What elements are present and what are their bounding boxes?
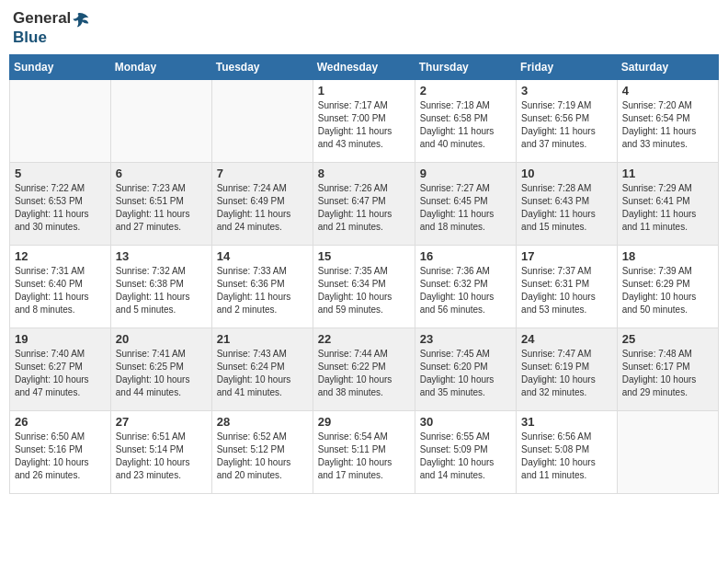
calendar-cell: 13Sunrise: 7:32 AM Sunset: 6:38 PM Dayli… (110, 245, 211, 327)
day-number: 12 (15, 249, 106, 263)
calendar-cell: 14Sunrise: 7:33 AM Sunset: 6:36 PM Dayli… (211, 245, 313, 327)
calendar-cell: 30Sunrise: 6:55 AM Sunset: 5:09 PM Dayli… (415, 410, 516, 493)
calendar-cell: 8Sunrise: 7:26 AM Sunset: 6:47 PM Daylig… (313, 162, 415, 245)
weekday-header-monday: Monday (110, 54, 211, 79)
day-number: 20 (116, 332, 207, 346)
day-info: Sunrise: 7:35 AM Sunset: 6:34 PM Dayligh… (318, 265, 410, 316)
calendar-cell: 23Sunrise: 7:45 AM Sunset: 6:20 PM Dayli… (415, 327, 516, 410)
calendar-week-3: 12Sunrise: 7:31 AM Sunset: 6:40 PM Dayli… (10, 245, 719, 327)
day-number: 21 (217, 332, 308, 346)
calendar-cell: 16Sunrise: 7:36 AM Sunset: 6:32 PM Dayli… (415, 245, 516, 327)
day-info: Sunrise: 6:52 AM Sunset: 5:12 PM Dayligh… (217, 431, 308, 482)
calendar-week-4: 19Sunrise: 7:40 AM Sunset: 6:27 PM Dayli… (10, 327, 719, 410)
day-number: 11 (622, 167, 713, 180)
day-info: Sunrise: 7:36 AM Sunset: 6:32 PM Dayligh… (420, 265, 511, 316)
calendar-cell: 22Sunrise: 7:44 AM Sunset: 6:22 PM Dayli… (313, 327, 415, 410)
calendar-cell: 26Sunrise: 6:50 AM Sunset: 5:16 PM Dayli… (10, 410, 111, 493)
calendar-cell (110, 79, 211, 162)
day-info: Sunrise: 7:24 AM Sunset: 6:49 PM Dayligh… (217, 182, 308, 234)
day-info: Sunrise: 7:45 AM Sunset: 6:20 PM Dayligh… (420, 348, 511, 399)
day-info: Sunrise: 7:22 AM Sunset: 6:53 PM Dayligh… (15, 182, 106, 234)
calendar-table: SundayMondayTuesdayWednesdayThursdayFrid… (9, 54, 719, 494)
calendar-cell: 2Sunrise: 7:18 AM Sunset: 6:58 PM Daylig… (415, 79, 516, 162)
calendar-week-2: 5Sunrise: 7:22 AM Sunset: 6:53 PM Daylig… (10, 162, 719, 245)
day-info: Sunrise: 6:56 AM Sunset: 5:08 PM Dayligh… (521, 431, 612, 482)
day-number: 22 (318, 332, 410, 346)
weekday-header-friday: Friday (517, 54, 618, 79)
calendar-cell: 5Sunrise: 7:22 AM Sunset: 6:53 PM Daylig… (10, 162, 111, 245)
calendar-cell: 10Sunrise: 7:28 AM Sunset: 6:43 PM Dayli… (517, 162, 618, 245)
day-number: 1 (318, 84, 410, 98)
day-number: 30 (420, 415, 511, 429)
day-number: 15 (318, 249, 410, 263)
day-info: Sunrise: 7:32 AM Sunset: 6:38 PM Dayligh… (116, 265, 207, 316)
day-info: Sunrise: 7:41 AM Sunset: 6:25 PM Dayligh… (116, 348, 207, 399)
calendar-cell: 25Sunrise: 7:48 AM Sunset: 6:17 PM Dayli… (617, 327, 718, 410)
day-number: 4 (622, 84, 713, 98)
weekday-header-thursday: Thursday (415, 54, 516, 79)
day-info: Sunrise: 7:20 AM Sunset: 6:54 PM Dayligh… (622, 99, 713, 151)
day-number: 25 (622, 332, 713, 346)
day-info: Sunrise: 6:51 AM Sunset: 5:14 PM Dayligh… (116, 431, 207, 482)
day-info: Sunrise: 7:23 AM Sunset: 6:51 PM Dayligh… (116, 182, 207, 234)
day-number: 3 (521, 84, 612, 98)
calendar-cell: 31Sunrise: 6:56 AM Sunset: 5:08 PM Dayli… (517, 410, 618, 493)
day-info: Sunrise: 7:40 AM Sunset: 6:27 PM Dayligh… (15, 348, 106, 399)
day-info: Sunrise: 7:31 AM Sunset: 6:40 PM Dayligh… (15, 265, 106, 316)
calendar-cell: 28Sunrise: 6:52 AM Sunset: 5:12 PM Dayli… (211, 410, 313, 493)
day-info: Sunrise: 7:26 AM Sunset: 6:47 PM Dayligh… (318, 182, 410, 234)
day-info: Sunrise: 7:44 AM Sunset: 6:22 PM Dayligh… (318, 348, 410, 399)
calendar-cell: 19Sunrise: 7:40 AM Sunset: 6:27 PM Dayli… (10, 327, 111, 410)
logo-blue: Blue (13, 29, 47, 46)
calendar-cell: 1Sunrise: 7:17 AM Sunset: 7:00 PM Daylig… (313, 79, 415, 162)
weekday-header-sunday: Sunday (10, 54, 111, 79)
calendar-week-5: 26Sunrise: 6:50 AM Sunset: 5:16 PM Dayli… (10, 410, 719, 493)
day-number: 23 (420, 332, 511, 346)
calendar-cell (211, 79, 313, 162)
day-number: 5 (15, 167, 106, 180)
calendar-cell (10, 79, 111, 162)
day-number: 24 (521, 332, 612, 346)
day-info: Sunrise: 6:50 AM Sunset: 5:16 PM Dayligh… (15, 431, 106, 482)
day-info: Sunrise: 7:18 AM Sunset: 6:58 PM Dayligh… (420, 99, 511, 151)
calendar-cell (617, 410, 718, 493)
calendar-cell: 17Sunrise: 7:37 AM Sunset: 6:31 PM Dayli… (517, 245, 618, 327)
day-info: Sunrise: 7:33 AM Sunset: 6:36 PM Dayligh… (217, 265, 308, 316)
day-info: Sunrise: 7:27 AM Sunset: 6:45 PM Dayligh… (420, 182, 511, 234)
calendar-cell: 9Sunrise: 7:27 AM Sunset: 6:45 PM Daylig… (415, 162, 516, 245)
weekday-header-wednesday: Wednesday (313, 54, 415, 79)
day-number: 9 (420, 167, 511, 180)
day-info: Sunrise: 7:17 AM Sunset: 7:00 PM Dayligh… (318, 99, 410, 151)
day-info: Sunrise: 7:19 AM Sunset: 6:56 PM Dayligh… (521, 99, 612, 151)
day-number: 29 (318, 415, 410, 429)
calendar-cell: 12Sunrise: 7:31 AM Sunset: 6:40 PM Dayli… (10, 245, 111, 327)
calendar-cell: 21Sunrise: 7:43 AM Sunset: 6:24 PM Dayli… (211, 327, 313, 410)
weekday-header-row: SundayMondayTuesdayWednesdayThursdayFrid… (10, 54, 719, 79)
day-number: 19 (15, 332, 106, 346)
day-number: 16 (420, 249, 511, 263)
calendar-cell: 24Sunrise: 7:47 AM Sunset: 6:19 PM Dayli… (517, 327, 618, 410)
calendar-cell: 15Sunrise: 7:35 AM Sunset: 6:34 PM Dayli… (313, 245, 415, 327)
day-number: 27 (116, 415, 207, 429)
day-number: 2 (420, 84, 511, 98)
day-info: Sunrise: 7:48 AM Sunset: 6:17 PM Dayligh… (622, 348, 713, 399)
day-info: Sunrise: 7:47 AM Sunset: 6:19 PM Dayligh… (521, 348, 612, 399)
day-number: 10 (521, 167, 612, 180)
logo-bird-icon (72, 10, 90, 29)
calendar-cell: 29Sunrise: 6:54 AM Sunset: 5:11 PM Dayli… (313, 410, 415, 493)
day-number: 26 (15, 415, 106, 429)
day-number: 14 (217, 249, 308, 263)
calendar-cell: 18Sunrise: 7:39 AM Sunset: 6:29 PM Dayli… (617, 245, 718, 327)
weekday-header-saturday: Saturday (617, 54, 718, 79)
day-info: Sunrise: 7:43 AM Sunset: 6:24 PM Dayligh… (217, 348, 308, 399)
day-info: Sunrise: 7:39 AM Sunset: 6:29 PM Dayligh… (622, 265, 713, 316)
day-number: 18 (622, 249, 713, 263)
day-info: Sunrise: 7:28 AM Sunset: 6:43 PM Dayligh… (521, 182, 612, 234)
calendar-cell: 20Sunrise: 7:41 AM Sunset: 6:25 PM Dayli… (110, 327, 211, 410)
day-info: Sunrise: 6:54 AM Sunset: 5:11 PM Dayligh… (318, 431, 410, 482)
day-number: 8 (318, 167, 410, 180)
day-number: 31 (521, 415, 612, 429)
calendar-cell: 7Sunrise: 7:24 AM Sunset: 6:49 PM Daylig… (211, 162, 313, 245)
calendar-cell: 27Sunrise: 6:51 AM Sunset: 5:14 PM Dayli… (110, 410, 211, 493)
day-info: Sunrise: 7:29 AM Sunset: 6:41 PM Dayligh… (622, 182, 713, 234)
